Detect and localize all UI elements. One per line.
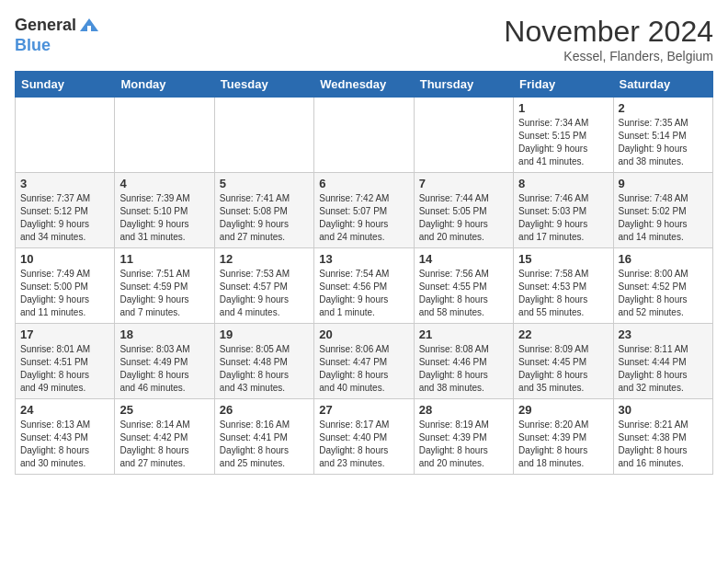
day-number: 22 xyxy=(518,327,608,341)
weekday-header-monday: Monday xyxy=(115,72,214,98)
weekday-header-thursday: Thursday xyxy=(414,72,513,98)
day-number: 15 xyxy=(518,252,608,266)
day-detail: Sunrise: 7:49 AM Sunset: 5:00 PM Dayligh… xyxy=(20,268,109,319)
calendar-cell xyxy=(115,98,214,173)
day-number: 13 xyxy=(319,252,408,266)
calendar-cell: 16Sunrise: 8:00 AM Sunset: 4:52 PM Dayli… xyxy=(613,248,712,324)
weekday-header-friday: Friday xyxy=(514,72,613,98)
day-number: 16 xyxy=(619,252,708,266)
calendar-cell: 15Sunrise: 7:58 AM Sunset: 4:53 PM Dayli… xyxy=(514,248,613,324)
day-detail: Sunrise: 7:44 AM Sunset: 5:05 PM Dayligh… xyxy=(419,192,508,244)
week-row-3: 10Sunrise: 7:49 AM Sunset: 5:00 PM Dayli… xyxy=(16,248,713,324)
day-detail: Sunrise: 7:35 AM Sunset: 5:14 PM Dayligh… xyxy=(619,117,708,168)
day-number: 27 xyxy=(319,403,408,417)
day-number: 11 xyxy=(119,252,209,266)
month-title: November 2024 xyxy=(504,15,713,49)
day-number: 20 xyxy=(319,327,408,341)
day-number: 12 xyxy=(220,252,309,266)
day-number: 19 xyxy=(220,327,309,341)
day-detail: Sunrise: 8:11 AM Sunset: 4:44 PM Dayligh… xyxy=(619,343,708,395)
day-detail: Sunrise: 8:00 AM Sunset: 4:52 PM Dayligh… xyxy=(619,268,708,319)
calendar-cell: 17Sunrise: 8:01 AM Sunset: 4:51 PM Dayli… xyxy=(16,324,115,399)
calendar-cell: 30Sunrise: 8:21 AM Sunset: 4:38 PM Dayli… xyxy=(613,399,712,475)
day-detail: Sunrise: 8:03 AM Sunset: 4:49 PM Dayligh… xyxy=(119,343,209,395)
calendar-cell: 26Sunrise: 8:16 AM Sunset: 4:41 PM Dayli… xyxy=(214,399,313,475)
day-number: 4 xyxy=(119,177,209,190)
logo-general: General xyxy=(15,17,76,35)
page-header: General Blue November 2024 Kessel, Fland… xyxy=(15,15,713,63)
logo: General Blue xyxy=(15,15,100,55)
day-detail: Sunrise: 7:58 AM Sunset: 4:53 PM Dayligh… xyxy=(518,268,608,319)
calendar-cell: 27Sunrise: 8:17 AM Sunset: 4:40 PM Dayli… xyxy=(314,399,414,475)
day-detail: Sunrise: 8:09 AM Sunset: 4:45 PM Dayligh… xyxy=(518,343,608,395)
weekday-header-sunday: Sunday xyxy=(16,72,115,98)
day-detail: Sunrise: 7:39 AM Sunset: 5:10 PM Dayligh… xyxy=(119,192,209,244)
day-number: 18 xyxy=(119,327,209,341)
day-detail: Sunrise: 7:42 AM Sunset: 5:07 PM Dayligh… xyxy=(319,192,408,244)
calendar-cell xyxy=(314,98,414,173)
week-row-1: 1Sunrise: 7:34 AM Sunset: 5:15 PM Daylig… xyxy=(16,98,713,173)
calendar-cell: 8Sunrise: 7:46 AM Sunset: 5:03 PM Daylig… xyxy=(514,173,613,248)
calendar-cell: 5Sunrise: 7:41 AM Sunset: 5:08 PM Daylig… xyxy=(214,173,313,248)
svg-rect-1 xyxy=(87,26,91,31)
day-number: 30 xyxy=(619,403,708,417)
weekday-header-row: SundayMondayTuesdayWednesdayThursdayFrid… xyxy=(16,72,713,98)
day-detail: Sunrise: 8:14 AM Sunset: 4:42 PM Dayligh… xyxy=(119,419,209,470)
calendar-cell: 24Sunrise: 8:13 AM Sunset: 4:43 PM Dayli… xyxy=(16,399,115,475)
weekday-header-wednesday: Wednesday xyxy=(314,72,414,98)
day-number: 21 xyxy=(419,327,508,341)
day-detail: Sunrise: 7:41 AM Sunset: 5:08 PM Dayligh… xyxy=(220,192,309,244)
title-area: November 2024 Kessel, Flanders, Belgium xyxy=(504,15,713,63)
logo-icon xyxy=(78,15,100,37)
day-detail: Sunrise: 7:56 AM Sunset: 4:55 PM Dayligh… xyxy=(419,268,508,319)
calendar-cell: 25Sunrise: 8:14 AM Sunset: 4:42 PM Dayli… xyxy=(115,399,214,475)
day-detail: Sunrise: 7:46 AM Sunset: 5:03 PM Dayligh… xyxy=(518,192,608,244)
day-detail: Sunrise: 8:20 AM Sunset: 4:39 PM Dayligh… xyxy=(518,419,608,470)
week-row-2: 3Sunrise: 7:37 AM Sunset: 5:12 PM Daylig… xyxy=(16,173,713,248)
location-title: Kessel, Flanders, Belgium xyxy=(504,49,713,63)
day-detail: Sunrise: 7:51 AM Sunset: 4:59 PM Dayligh… xyxy=(119,268,209,319)
day-detail: Sunrise: 8:21 AM Sunset: 4:38 PM Dayligh… xyxy=(619,419,708,470)
day-number: 9 xyxy=(619,177,708,190)
calendar-cell: 11Sunrise: 7:51 AM Sunset: 4:59 PM Dayli… xyxy=(115,248,214,324)
day-detail: Sunrise: 7:34 AM Sunset: 5:15 PM Dayligh… xyxy=(518,117,608,168)
day-detail: Sunrise: 8:05 AM Sunset: 4:48 PM Dayligh… xyxy=(220,343,309,395)
calendar-cell: 10Sunrise: 7:49 AM Sunset: 5:00 PM Dayli… xyxy=(16,248,115,324)
day-number: 2 xyxy=(619,101,708,115)
calendar-cell: 12Sunrise: 7:53 AM Sunset: 4:57 PM Dayli… xyxy=(214,248,313,324)
day-number: 28 xyxy=(419,403,508,417)
day-detail: Sunrise: 7:53 AM Sunset: 4:57 PM Dayligh… xyxy=(220,268,309,319)
day-number: 6 xyxy=(319,177,408,190)
day-detail: Sunrise: 7:48 AM Sunset: 5:02 PM Dayligh… xyxy=(619,192,708,244)
day-number: 24 xyxy=(20,403,109,417)
day-number: 3 xyxy=(20,177,109,190)
calendar-cell xyxy=(214,98,313,173)
calendar-cell: 2Sunrise: 7:35 AM Sunset: 5:14 PM Daylig… xyxy=(613,98,712,173)
day-number: 17 xyxy=(20,327,109,341)
calendar-cell: 18Sunrise: 8:03 AM Sunset: 4:49 PM Dayli… xyxy=(115,324,214,399)
calendar-cell: 22Sunrise: 8:09 AM Sunset: 4:45 PM Dayli… xyxy=(514,324,613,399)
day-number: 1 xyxy=(518,101,608,115)
day-detail: Sunrise: 8:01 AM Sunset: 4:51 PM Dayligh… xyxy=(20,343,109,395)
day-number: 8 xyxy=(518,177,608,190)
day-number: 26 xyxy=(220,403,309,417)
calendar-cell: 20Sunrise: 8:06 AM Sunset: 4:47 PM Dayli… xyxy=(314,324,414,399)
day-number: 5 xyxy=(220,177,309,190)
calendar-cell xyxy=(16,98,115,173)
calendar-cell: 3Sunrise: 7:37 AM Sunset: 5:12 PM Daylig… xyxy=(16,173,115,248)
day-detail: Sunrise: 8:17 AM Sunset: 4:40 PM Dayligh… xyxy=(319,419,408,470)
calendar-cell: 13Sunrise: 7:54 AM Sunset: 4:56 PM Dayli… xyxy=(314,248,414,324)
day-number: 7 xyxy=(419,177,508,190)
day-detail: Sunrise: 8:06 AM Sunset: 4:47 PM Dayligh… xyxy=(319,343,408,395)
weekday-header-tuesday: Tuesday xyxy=(214,72,313,98)
day-number: 14 xyxy=(419,252,508,266)
logo-blue: Blue xyxy=(15,37,51,55)
day-number: 25 xyxy=(119,403,209,417)
week-row-4: 17Sunrise: 8:01 AM Sunset: 4:51 PM Dayli… xyxy=(16,324,713,399)
day-detail: Sunrise: 8:16 AM Sunset: 4:41 PM Dayligh… xyxy=(220,419,309,470)
calendar-cell: 9Sunrise: 7:48 AM Sunset: 5:02 PM Daylig… xyxy=(613,173,712,248)
calendar-cell: 28Sunrise: 8:19 AM Sunset: 4:39 PM Dayli… xyxy=(414,399,513,475)
day-detail: Sunrise: 8:08 AM Sunset: 4:46 PM Dayligh… xyxy=(419,343,508,395)
calendar-cell: 7Sunrise: 7:44 AM Sunset: 5:05 PM Daylig… xyxy=(414,173,513,248)
calendar-table: SundayMondayTuesdayWednesdayThursdayFrid… xyxy=(15,71,713,475)
